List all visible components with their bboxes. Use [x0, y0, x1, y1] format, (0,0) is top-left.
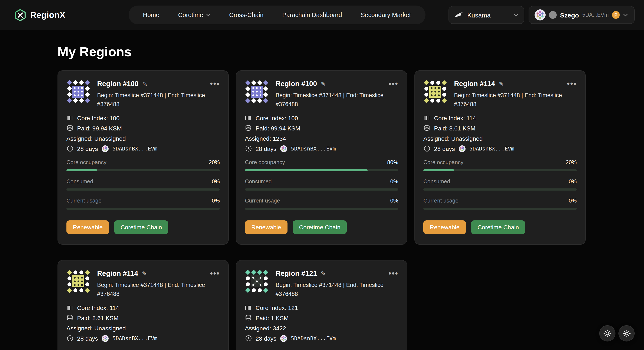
regions-grid: Region #100 ✎ Begin: Timeslice #371448 |… — [58, 70, 586, 350]
renewable-badge: Renewable — [66, 220, 109, 234]
assigned-to: Assigned: 3422 — [245, 325, 286, 331]
progress-fill — [423, 169, 454, 171]
owner-identicon — [280, 335, 287, 342]
assigned-to: Assigned: Unassigned — [66, 135, 126, 142]
gear-icon — [622, 329, 630, 337]
barcode-icon — [245, 305, 252, 310]
edit-region-icon[interactable]: ✎ — [321, 80, 326, 87]
edit-region-icon[interactable]: ✎ — [142, 270, 147, 277]
network-select[interactable]: Kusama — [448, 6, 524, 24]
renewable-badge: Renewable — [423, 220, 466, 234]
owner-identicon — [102, 145, 108, 152]
current-usage-meter: Current usage0% — [66, 197, 220, 210]
settings-button[interactable] — [618, 325, 635, 341]
app-viewport: RegionX Home Coretime Cross-Chain Parach… — [0, 0, 644, 350]
nav-item-secondary-market[interactable]: Secondary Market — [361, 12, 411, 18]
progress-track — [66, 208, 220, 210]
region-menu-button[interactable]: ••• — [210, 80, 220, 88]
brand-logo: RegionX — [14, 9, 66, 21]
owner-identicon — [102, 335, 108, 342]
owner-address: 5DADsnBX...EVm — [291, 146, 336, 152]
progress-fill — [245, 169, 368, 171]
nav-item-cross-chain[interactable]: Cross-Chain — [229, 12, 264, 18]
region-card: Region #114 ✎ Begin: Timeslice #371448 |… — [414, 70, 586, 245]
region-identicon — [423, 80, 447, 104]
core-occupancy-meter: Core occupancy20% — [423, 159, 577, 171]
main-nav: Home Coretime Cross-Chain Parachain Dash… — [128, 6, 425, 24]
region-timeslice: Begin: Timeslice #371448 | End: Timeslic… — [97, 91, 207, 109]
edit-region-icon[interactable]: ✎ — [142, 80, 147, 87]
theme-toggle-button[interactable] — [599, 325, 616, 341]
page-title: My Regions — [58, 44, 644, 60]
owner-address: 5DADsnBX...EVm — [112, 146, 158, 152]
top-bar: RegionX Home Coretime Cross-Chain Parach… — [0, 0, 644, 30]
progress-fill — [66, 169, 97, 171]
current-usage-meter: Current usage0% — [423, 197, 577, 210]
paid-amount: Paid: 99.94 KSM — [256, 125, 300, 132]
core-index: Core Index: 114 — [77, 304, 119, 311]
subaccount-avatar — [549, 11, 557, 19]
progress-track — [423, 208, 577, 210]
barcode-icon — [423, 116, 430, 121]
assigned-to: Assigned: 1234 — [245, 135, 286, 142]
barcode-icon — [245, 116, 252, 121]
region-card: Region #100 ✎ Begin: Timeslice #371448 |… — [236, 70, 407, 245]
coins-icon — [245, 125, 252, 132]
kusama-logo-icon — [454, 12, 463, 18]
clock-icon — [66, 335, 73, 341]
region-title: Region #121 — [276, 269, 317, 277]
clock-icon — [245, 146, 252, 152]
nav-item-parachain-dashboard[interactable]: Parachain Dashboard — [282, 12, 342, 18]
wallet-badge: P — [612, 11, 620, 19]
barcode-icon — [66, 305, 73, 310]
coins-icon — [66, 315, 73, 321]
owner-identicon — [280, 145, 287, 152]
paid-amount: Paid: 8.61 KSM — [434, 125, 476, 132]
assigned-to: Assigned: Unassigned — [423, 135, 483, 142]
clock-icon — [66, 146, 73, 152]
sun-icon — [604, 329, 611, 337]
progress-track — [423, 188, 577, 191]
brand-name: RegionX — [30, 10, 66, 20]
edit-region-icon[interactable]: ✎ — [499, 80, 504, 87]
current-usage-meter: Current usage0% — [245, 197, 398, 210]
duration: 28 days — [77, 145, 98, 152]
core-occupancy-meter: Core occupancy100% — [245, 348, 398, 350]
region-timeslice: Begin: Timeslice #371448 | End: Timeslic… — [97, 281, 207, 299]
region-timeslice: Begin: Timeslice #371448 | End: Timeslic… — [276, 281, 386, 299]
core-index: Core Index: 121 — [256, 304, 298, 311]
main-content: My Regions — [0, 44, 644, 350]
region-menu-button[interactable]: ••• — [388, 269, 398, 277]
region-menu-button[interactable]: ••• — [210, 269, 220, 277]
region-timeslice: Begin: Timeslice #371448 | End: Timeslic… — [276, 91, 386, 109]
duration: 28 days — [434, 145, 455, 152]
region-identicon — [245, 80, 269, 104]
barcode-icon — [66, 116, 73, 121]
owner-address: 5DADsnBX...EVm — [112, 335, 158, 341]
progress-track — [245, 169, 398, 171]
region-card: Region #121 ✎ Begin: Timeslice #371448 |… — [236, 260, 407, 350]
paid-amount: Paid: 8.61 KSM — [77, 314, 118, 321]
region-menu-button[interactable]: ••• — [388, 80, 398, 88]
owner-address: 5DADsnBX...EVm — [291, 335, 336, 341]
region-title: Region #114 — [454, 80, 495, 88]
account-name: Szego — [560, 11, 579, 19]
region-timeslice: Begin: Timeslice #371448 | End: Timeslic… — [454, 91, 564, 109]
nav-item-home[interactable]: Home — [143, 12, 159, 18]
clock-icon — [245, 335, 252, 341]
regionx-hexagon-icon — [14, 9, 26, 21]
consumed-meter: Consumed0% — [245, 178, 398, 191]
edit-region-icon[interactable]: ✎ — [321, 270, 326, 277]
account-address: 5DA...EVm — [582, 12, 609, 18]
chain-location-badge: Coretime Chain — [471, 220, 526, 234]
core-index: Core Index: 114 — [434, 115, 476, 122]
nav-item-coretime[interactable]: Coretime — [178, 12, 210, 18]
chevron-down-icon — [623, 14, 628, 17]
coins-icon — [245, 315, 252, 321]
clock-icon — [423, 146, 430, 152]
progress-track — [66, 169, 220, 171]
region-menu-button[interactable]: ••• — [567, 80, 577, 88]
core-occupancy-meter: Core occupancy80% — [66, 348, 220, 350]
chain-location-badge: Coretime Chain — [114, 220, 168, 234]
account-menu[interactable]: Szego 5DA...EVm P — [528, 6, 635, 24]
